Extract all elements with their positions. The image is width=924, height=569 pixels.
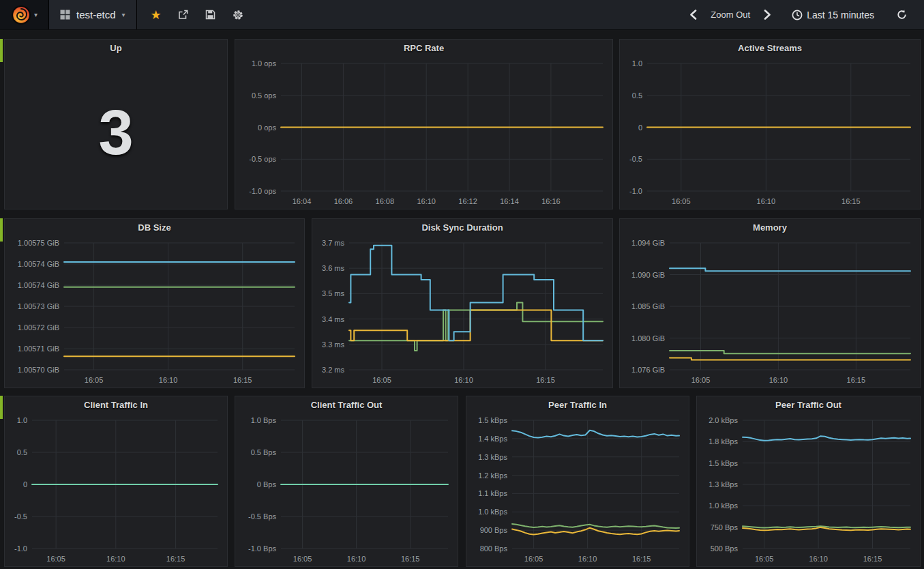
panel-memory: Memory 1.094 GiB1.090 GiB1.085 GiB1.080 … <box>619 218 921 388</box>
svg-text:16:08: 16:08 <box>376 197 395 205</box>
svg-text:16:15: 16:15 <box>632 555 651 563</box>
svg-text:0.5: 0.5 <box>17 448 27 456</box>
disk-sync-duration-graph[interactable]: 3.7 ms3.6 ms3.5 ms3.4 ms3.3 ms3.2 ms16:0… <box>312 236 612 388</box>
client-traffic-in-graph[interactable]: 1.00.50-0.5-1.016:0516:1016:15 <box>5 413 227 566</box>
star-icon: ★ <box>150 9 161 21</box>
refresh-icon <box>896 9 908 20</box>
time-range-picker[interactable]: Last 15 minutes <box>785 0 881 29</box>
caret-down-icon: ▾ <box>34 11 38 18</box>
svg-text:16:15: 16:15 <box>847 376 866 384</box>
row-toggle-handle[interactable] <box>0 218 3 242</box>
panel-title[interactable]: Client Traffic Out <box>235 396 458 413</box>
svg-text:3.5 ms: 3.5 ms <box>322 289 345 297</box>
peer-traffic-out-graph[interactable]: 2.0 kBps1.8 kBps1.5 kBps1.3 kBps1.0 kBps… <box>697 413 920 566</box>
chevron-left-icon <box>689 10 697 20</box>
dashboard-picker[interactable]: test-etcd ▾ <box>49 0 137 29</box>
svg-text:16:10: 16:10 <box>159 376 178 384</box>
svg-text:1.2 kBps: 1.2 kBps <box>478 471 507 480</box>
svg-text:16:05: 16:05 <box>46 555 65 563</box>
grafana-logo-icon <box>11 5 31 25</box>
panel-title[interactable]: Disk Sync Duration <box>312 219 612 236</box>
zoom-out-button[interactable]: Zoom Out <box>704 0 757 29</box>
active-streams-graph[interactable]: 1.00.50-0.5-1.016:0516:1016:15 <box>620 57 920 209</box>
share-icon <box>177 9 189 20</box>
svg-text:0.5 ops: 0.5 ops <box>252 91 277 100</box>
share-button[interactable] <box>170 0 197 29</box>
svg-text:0: 0 <box>23 480 27 488</box>
panel-title[interactable]: Peer Traffic In <box>466 396 689 413</box>
singlestat: 3 <box>5 57 227 209</box>
row-toggle-handle[interactable] <box>0 39 3 62</box>
svg-text:1.5 kBps: 1.5 kBps <box>709 459 738 467</box>
save-button[interactable] <box>197 0 224 29</box>
svg-text:1.00571 GiB: 1.00571 GiB <box>18 345 59 353</box>
svg-text:16:05: 16:05 <box>85 376 104 384</box>
svg-text:1.8 kBps: 1.8 kBps <box>709 437 738 446</box>
svg-text:900 Bps: 900 Bps <box>480 526 508 534</box>
svg-text:1.076 GiB: 1.076 GiB <box>631 366 665 374</box>
svg-text:1.0: 1.0 <box>17 416 27 424</box>
svg-text:16:15: 16:15 <box>841 197 861 205</box>
panel-rpc-rate: RPC Rate 1.0 ops0.5 ops0 ops-0.5 ops-1.0… <box>235 39 613 209</box>
svg-text:16:15: 16:15 <box>166 555 185 563</box>
svg-text:1.00573 GiB: 1.00573 GiB <box>18 302 59 310</box>
panel-title[interactable]: DB Size <box>5 219 304 236</box>
svg-text:1.00574 GiB: 1.00574 GiB <box>18 260 59 268</box>
svg-text:16:15: 16:15 <box>536 376 555 384</box>
panel-title[interactable]: Peer Traffic Out <box>697 396 920 413</box>
save-icon <box>205 9 216 20</box>
db-size-graph[interactable]: 1.00575 GiB1.00574 GiB1.00574 GiB1.00573… <box>5 236 304 388</box>
time-controls: Zoom Out Last 15 minutes <box>683 0 924 29</box>
svg-text:16:10: 16:10 <box>757 197 776 205</box>
svg-text:16:10: 16:10 <box>769 376 788 384</box>
svg-text:500 Bps: 500 Bps <box>711 544 739 553</box>
svg-text:1.00572 GiB: 1.00572 GiB <box>18 323 59 332</box>
row-toggle-handle[interactable] <box>0 396 3 419</box>
panel-title[interactable]: Client Traffic In <box>5 396 227 413</box>
svg-text:16:06: 16:06 <box>334 197 353 205</box>
svg-text:1.1 kBps: 1.1 kBps <box>478 489 507 497</box>
panel-title[interactable]: Up <box>5 40 227 57</box>
clock-icon <box>792 10 803 20</box>
svg-text:16:05: 16:05 <box>372 376 391 384</box>
time-shift-back-button[interactable] <box>683 0 704 29</box>
svg-text:16:04: 16:04 <box>293 197 312 205</box>
svg-text:1.5 kBps: 1.5 kBps <box>478 416 507 424</box>
client-traffic-out-graph[interactable]: 1.0 Bps0.5 Bps0 Bps-0.5 Bps-1.0 Bps16:05… <box>235 413 458 566</box>
gear-icon <box>232 9 244 21</box>
dashboard-grid-icon <box>60 10 70 20</box>
svg-text:16:05: 16:05 <box>755 555 774 563</box>
zoom-out-label: Zoom Out <box>711 10 750 20</box>
panel-peer-traffic-out: Peer Traffic Out 2.0 kBps1.8 kBps1.5 kBp… <box>696 396 921 567</box>
svg-text:16:14: 16:14 <box>500 197 519 205</box>
svg-text:1.080 GiB: 1.080 GiB <box>631 334 665 342</box>
svg-text:16:05: 16:05 <box>293 555 312 563</box>
svg-text:16:15: 16:15 <box>863 555 882 563</box>
grafana-menu-button[interactable]: ▾ <box>0 0 49 29</box>
svg-text:16:05: 16:05 <box>691 376 711 384</box>
panel-client-traffic-out: Client Traffic Out 1.0 Bps0.5 Bps0 Bps-0… <box>235 396 458 567</box>
svg-text:-1.0: -1.0 <box>14 544 27 553</box>
svg-text:1.3 kBps: 1.3 kBps <box>478 453 507 461</box>
panel-title[interactable]: RPC Rate <box>235 40 612 57</box>
svg-text:2.0 kBps: 2.0 kBps <box>709 416 738 424</box>
svg-text:0 ops: 0 ops <box>258 123 276 132</box>
panel-title[interactable]: Memory <box>620 219 920 236</box>
svg-text:1.0 kBps: 1.0 kBps <box>478 508 507 516</box>
star-button[interactable]: ★ <box>143 0 170 29</box>
svg-text:3.4 ms: 3.4 ms <box>322 315 345 323</box>
settings-button[interactable] <box>224 0 252 29</box>
panel-title[interactable]: Active Streams <box>620 40 920 57</box>
svg-text:16:10: 16:10 <box>347 555 366 563</box>
time-shift-forward-button[interactable] <box>757 0 778 29</box>
singlestat-value: 3 <box>98 97 133 169</box>
rpc-rate-graph[interactable]: 1.0 ops0.5 ops0 ops-0.5 ops-1.0 ops16:04… <box>235 57 612 209</box>
memory-graph[interactable]: 1.094 GiB1.090 GiB1.085 GiB1.080 GiB1.07… <box>620 236 920 388</box>
svg-text:16:15: 16:15 <box>401 555 420 563</box>
svg-text:1.0 ops: 1.0 ops <box>252 59 277 68</box>
svg-text:1.00575 GiB: 1.00575 GiB <box>18 239 59 247</box>
svg-text:16:10: 16:10 <box>454 376 473 384</box>
refresh-button[interactable] <box>889 0 914 29</box>
svg-text:16:12: 16:12 <box>458 197 477 205</box>
peer-traffic-in-graph[interactable]: 1.5 kBps1.4 kBps1.3 kBps1.2 kBps1.1 kBps… <box>466 413 689 566</box>
